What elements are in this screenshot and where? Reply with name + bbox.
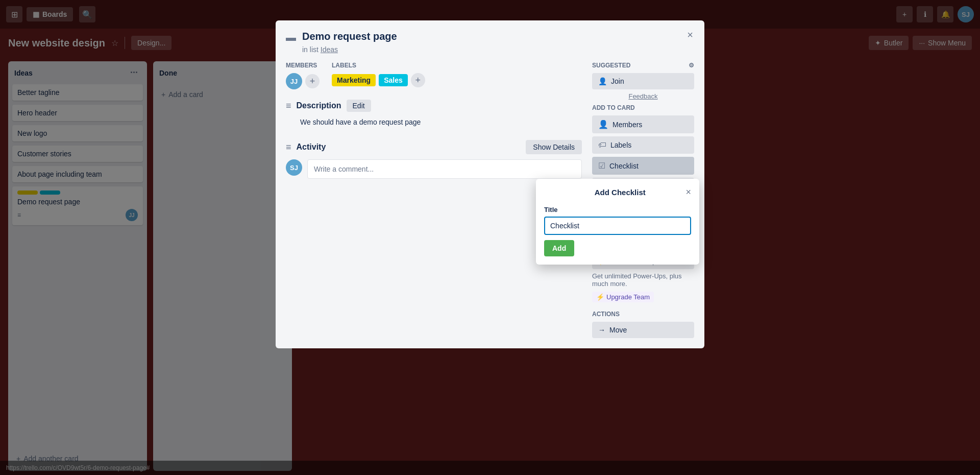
popup-title: Add Checklist (554, 188, 685, 197)
description-header: ≡ Description Edit (286, 100, 582, 112)
members-sidebar-button[interactable]: 👤 Members (592, 115, 694, 133)
feedback-link[interactable]: Feedback (592, 92, 694, 100)
labels-label: LABELS (332, 62, 425, 69)
show-details-button[interactable]: Show Details (526, 140, 582, 154)
actions-title: ACTIONS (592, 311, 694, 318)
activity-row: SJ Write a comment... (286, 159, 582, 179)
label-sales[interactable]: Sales (379, 74, 408, 86)
activity-avatar-initials: SJ (290, 164, 298, 172)
checklist-sidebar-button[interactable]: ☑ Checklist (592, 157, 694, 175)
move-label: Move (609, 326, 627, 334)
description-icon: ≡ (286, 101, 291, 111)
comment-placeholder: Write a comment... (314, 165, 374, 173)
upgrade-label: Upgrade Team (606, 293, 650, 301)
members-sidebar-icon: 👤 (598, 120, 608, 129)
add-to-card-title: ADD TO CARD (592, 104, 694, 111)
activity-section: ≡ Activity Show Details SJ Write a comme… (286, 140, 582, 179)
modal-close-button[interactable]: × (682, 27, 698, 43)
add-checklist-popup: Add Checklist × Title Add (536, 179, 699, 265)
members-sidebar-label: Members (612, 121, 642, 129)
popup-header: Add Checklist × (544, 187, 691, 198)
members-section: MEMBERS JJ + (286, 62, 320, 89)
description-section: ≡ Description Edit We should have a demo… (286, 100, 582, 128)
labels-sidebar-icon: 🏷 (598, 140, 606, 150)
join-icon: 👤 (598, 77, 607, 85)
member-avatar-jj[interactable]: JJ (286, 73, 302, 89)
gear-icon[interactable]: ⚙ (689, 62, 694, 69)
activity-icon: ≡ (286, 142, 291, 153)
close-icon: × (687, 29, 693, 41)
labels-sidebar-label: Labels (610, 141, 631, 149)
list-link[interactable]: Ideas (321, 45, 338, 54)
activity-header: ≡ Activity Show Details (286, 140, 582, 154)
move-button[interactable]: → Move (592, 322, 694, 338)
modal-card-title: Demo request page (302, 31, 397, 42)
members-label: MEMBERS (286, 62, 320, 69)
checklist-title-input[interactable] (544, 217, 691, 235)
in-list-label: in list (302, 45, 318, 54)
add-member-icon: + (310, 76, 315, 87)
edit-description-button[interactable]: Edit (347, 100, 371, 112)
suggested-title: SUGGESTED ⚙ (592, 62, 694, 69)
labels-sidebar-button[interactable]: 🏷 Labels (592, 136, 694, 154)
activity-avatar[interactable]: SJ (286, 159, 302, 176)
popup-title-label: Title (544, 206, 691, 213)
join-label: Join (611, 77, 624, 85)
add-label-button[interactable]: + (411, 73, 425, 87)
checklist-sidebar-icon: ☑ (598, 161, 605, 171)
member-initials: JJ (290, 78, 298, 85)
power-ups-desc: Get unlimited Power-Ups, plus much more. (592, 272, 694, 288)
card-icon: ▬ (286, 32, 296, 43)
labels-content: Marketing Sales + (332, 73, 425, 87)
description-text: We should have a demo request page (300, 117, 582, 128)
modal-title-row: ▬ Demo request page (286, 31, 694, 43)
meta-row: MEMBERS JJ + LABELS Marketing Sales (286, 62, 582, 89)
move-icon: → (598, 326, 605, 334)
add-member-button[interactable]: + (305, 74, 320, 88)
add-label-icon: + (415, 75, 421, 86)
popup-close-button[interactable]: × (685, 187, 691, 198)
comment-input[interactable]: Write a comment... (307, 159, 582, 179)
join-button[interactable]: 👤 Join (592, 73, 694, 89)
labels-section: LABELS Marketing Sales + (332, 62, 425, 89)
checklist-sidebar-label: Checklist (609, 162, 639, 170)
activity-title: Activity (297, 142, 326, 152)
modal-list-ref: in list Ideas (302, 45, 694, 54)
label-marketing[interactable]: Marketing (332, 74, 376, 86)
description-title: Description (297, 101, 341, 110)
popup-close-icon: × (685, 187, 691, 197)
upgrade-team-button[interactable]: ⚡ Upgrade Team (592, 292, 654, 302)
upgrade-icon: ⚡ (596, 293, 604, 301)
checklist-add-button[interactable]: Add (544, 240, 574, 256)
members-content: JJ + (286, 73, 320, 89)
